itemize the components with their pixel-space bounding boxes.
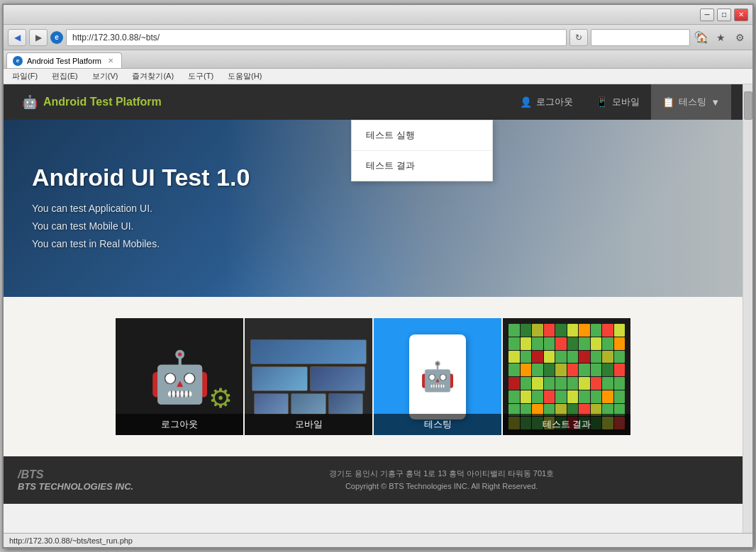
phone-mockup: 🤖 [409, 334, 466, 419]
window-controls: ─ □ ✕ [700, 9, 748, 21]
heatmap-cell [532, 351, 543, 364]
android-phone-icon: 🤖 [420, 360, 455, 393]
card-mobile[interactable]: 모바일 [245, 318, 372, 435]
heatmap-cell [508, 337, 520, 350]
brand-label: Android Test Platform [43, 96, 162, 108]
address-field[interactable]: http://172.30.0.88/~bts/ [66, 29, 567, 46]
minimize-button[interactable]: ─ [700, 9, 714, 21]
card-test-results[interactable]: 테스트 결과 [503, 318, 630, 435]
android-robot-icon: 🤖 [149, 348, 211, 406]
device-screen-4 [254, 393, 289, 415]
device-screen-1 [250, 339, 367, 364]
back-button[interactable]: ◀ [8, 29, 26, 46]
heatmap-cell [555, 377, 567, 390]
heatmap-cell [579, 364, 590, 376]
hero-subtitle: You can test Application UI. You can tes… [32, 200, 250, 254]
scroll-area: 🤖 Android Test Platform 👤 로그아웃 📱 모바일 📋 테… [4, 84, 752, 533]
card-label-mobile: 모바일 [245, 414, 372, 435]
menu-help[interactable]: 도움말(H) [225, 69, 265, 83]
footer-text: 경기도 용인시 기흥구 흥덕 1로 13 흥덕 아이티밸리 타워동 701호 C… [155, 468, 728, 492]
heatmap-cell [614, 337, 626, 350]
menu-bar: 파일(F) 편집(E) 보기(V) 즐겨찾기(A) 도구(T) 도움말(H) [4, 69, 752, 84]
heatmap-cell [521, 390, 532, 403]
heatmap-cell [508, 390, 520, 403]
card-logout[interactable]: 🤖 ⚙ 로그아웃 [116, 318, 243, 435]
android-brand-icon: 🤖 [22, 94, 38, 110]
card-label-results: 테스트 결과 [503, 414, 630, 435]
heatmap-cell [591, 364, 602, 376]
menu-file[interactable]: 파일(F) [9, 69, 40, 83]
nav-mobile-label: 모바일 [612, 96, 640, 108]
footer: /BTS BTS TECHNOLOGIES INC. 경기도 용인시 기흥구 흥… [4, 456, 743, 504]
hero-line-2: You can test Mobile UI. [32, 218, 250, 235]
close-button[interactable]: ✕ [734, 9, 748, 21]
heatmap-cell [532, 337, 543, 350]
footer-copyright: Copyright © BTS Technologies INC. All Ri… [155, 480, 728, 493]
card-testing[interactable]: 🤖 테스팅 [374, 318, 501, 435]
heatmap-cell [544, 390, 555, 403]
heatmap-cell [602, 324, 613, 337]
nav-testing[interactable]: 📋 테스팅 ▼ [651, 84, 731, 120]
toolbar-icons: 🏠 ★ ⚙ [693, 29, 748, 46]
dropdown-test-results[interactable]: 테스트 결과 [352, 151, 492, 181]
mobile-icon: 📱 [596, 96, 608, 108]
heatmap-cell [521, 364, 532, 376]
forward-button[interactable]: ▶ [29, 29, 48, 46]
footer-address: 경기도 용인시 기흥구 흥덕 1로 13 흥덕 아이티밸리 타워동 701호 [155, 468, 728, 480]
nav-mobile[interactable]: 📱 모바일 [584, 84, 651, 120]
dropdown-test-run[interactable]: 테스트 실행 [352, 120, 492, 150]
search-input[interactable] [594, 33, 692, 42]
user-icon: 👤 [520, 96, 532, 108]
heatmap-cell [567, 364, 579, 376]
heatmap-cell [602, 377, 613, 390]
clipboard-icon: 📋 [662, 96, 674, 108]
heatmap-cell [614, 377, 626, 390]
device-screen-2 [252, 366, 308, 391]
tab-bar: e Android Test Platform ✕ [4, 50, 752, 69]
menu-edit[interactable]: 편집(E) [49, 69, 81, 83]
status-url: http://172.30.0.88/~bts/test_run.php [9, 536, 133, 545]
menu-favorites[interactable]: 즐겨찾기(A) [129, 69, 177, 83]
hero-content: Android UI Test 1.0 You can test Applica… [4, 142, 278, 275]
heatmap-cell [579, 377, 590, 390]
status-bar: http://172.30.0.88/~bts/test_run.php [4, 533, 752, 547]
footer-logo: /BTS BTS TECHNOLOGIES INC. [18, 468, 133, 492]
heatmap-cell [579, 351, 590, 364]
heatmap-cell [591, 337, 602, 350]
card-label-testing: 테스팅 [374, 414, 501, 435]
restore-button[interactable]: □ [717, 9, 731, 21]
home-icon[interactable]: 🏠 [693, 29, 710, 46]
cards-section: 🤖 ⚙ 로그아웃 모바일 [4, 297, 743, 456]
hero-title: Android UI Test 1.0 [32, 164, 250, 191]
nav-logout[interactable]: 👤 로그아웃 [508, 84, 584, 120]
menu-tools[interactable]: 도구(T) [185, 69, 216, 83]
tab-close-button[interactable]: ✕ [106, 56, 116, 66]
heatmap-cell [555, 390, 567, 403]
heatmap-cell [544, 364, 555, 376]
heatmap-cell [591, 390, 602, 403]
device-screen-6 [328, 393, 363, 415]
scrollbar-thumb[interactable] [744, 91, 752, 120]
refresh-button[interactable]: ↻ [569, 29, 588, 46]
heatmap-cell [567, 377, 579, 390]
active-tab[interactable]: e Android Test Platform ✕ [6, 52, 122, 68]
hero-line-3: You can test in Real Mobiles. [32, 235, 250, 253]
browser-window: ─ □ ✕ ◀ ▶ e http://172.30.0.88/~bts/ ↻ 🔍… [2, 4, 754, 548]
heatmap-cell [508, 324, 520, 337]
heatmap-cell [614, 390, 626, 403]
app-brand[interactable]: 🤖 Android Test Platform [15, 94, 169, 110]
tab-favicon: e [13, 56, 23, 66]
settings-icon[interactable]: ⚙ [731, 29, 748, 46]
heatmap-cell [591, 351, 602, 364]
menu-view[interactable]: 보기(V) [89, 69, 121, 83]
address-bar-area: ◀ ▶ e http://172.30.0.88/~bts/ ↻ 🔍 🏠 ★ ⚙ [4, 25, 752, 50]
heatmap-cell [555, 324, 567, 337]
heatmap-cell [602, 351, 613, 364]
heatmap-cell [591, 324, 602, 337]
nav-testing-label: 테스팅 [679, 96, 706, 108]
favorites-icon[interactable]: ★ [712, 29, 729, 46]
heatmap-cell [614, 324, 626, 337]
heatmap-cell [579, 337, 590, 350]
vertical-scrollbar[interactable] [743, 84, 752, 533]
heatmap-cell [567, 351, 579, 364]
